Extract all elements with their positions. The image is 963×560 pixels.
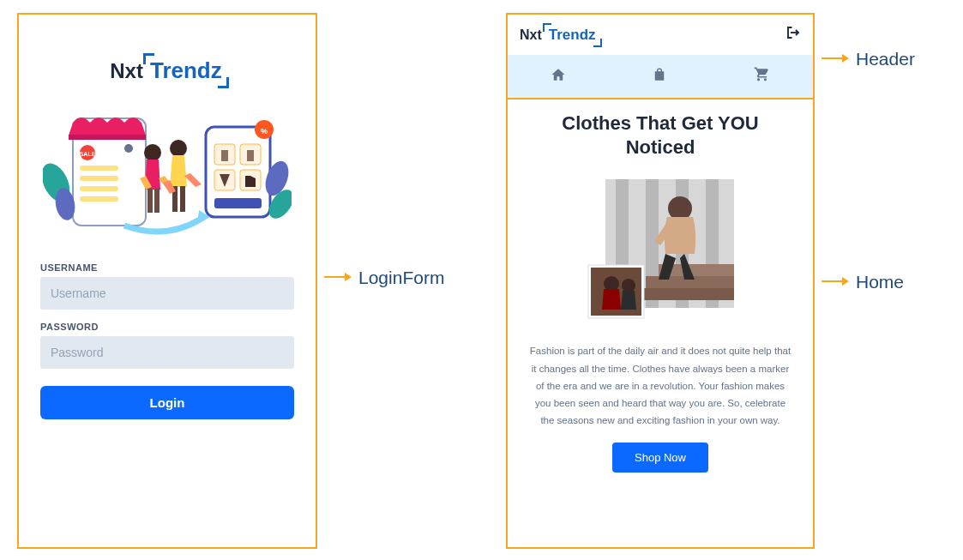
logout-icon[interactable] bbox=[785, 25, 801, 45]
callout-label-header: Header bbox=[856, 49, 915, 69]
arrow-right-icon bbox=[822, 274, 849, 292]
arrow-right-icon bbox=[324, 269, 352, 287]
logo-text-trendz-small: Trendz bbox=[546, 27, 599, 44]
logo: Nxt Trendz bbox=[110, 57, 224, 84]
logo-text-nxt: Nxt bbox=[110, 59, 143, 83]
svg-point-35 bbox=[668, 196, 692, 220]
svg-text:%: % bbox=[261, 127, 268, 135]
nav-bar bbox=[508, 55, 813, 98]
svg-rect-8 bbox=[80, 196, 118, 202]
home-panel: Nxt Trendz Clothes That G bbox=[506, 13, 815, 549]
login-illustration: SALE % bbox=[40, 97, 294, 238]
home-title: Clothes That Get YOU Noticed bbox=[528, 111, 792, 159]
home-icon[interactable] bbox=[551, 67, 566, 87]
logo-text-nxt-small: Nxt bbox=[520, 27, 542, 43]
callout-loginform: LoginForm bbox=[324, 268, 444, 288]
arrow-right-icon bbox=[822, 51, 849, 69]
logo-text-trendz: Trendz bbox=[147, 57, 225, 84]
svg-rect-23 bbox=[154, 189, 159, 213]
svg-rect-22 bbox=[147, 189, 153, 213]
svg-rect-6 bbox=[80, 176, 118, 181]
svg-point-24 bbox=[170, 140, 187, 157]
username-input[interactable] bbox=[40, 277, 294, 310]
header-top-row: Nxt Trendz bbox=[508, 15, 813, 55]
home-description: Fashion is part of the daily air and it … bbox=[528, 342, 792, 429]
svg-rect-7 bbox=[80, 186, 118, 191]
callout-header: Header bbox=[822, 49, 915, 69]
callout-label-loginform: LoginForm bbox=[358, 268, 444, 288]
svg-rect-5 bbox=[80, 166, 118, 171]
callout-home: Home bbox=[822, 272, 904, 292]
cart-icon[interactable] bbox=[754, 66, 770, 87]
svg-point-4 bbox=[124, 144, 133, 153]
logo-small: Nxt Trendz bbox=[520, 27, 599, 44]
svg-point-21 bbox=[144, 144, 161, 161]
svg-rect-16 bbox=[214, 198, 262, 208]
svg-text:SALE: SALE bbox=[80, 151, 96, 157]
callout-label-home: Home bbox=[856, 272, 904, 292]
products-icon[interactable] bbox=[652, 67, 667, 87]
login-form-panel: Nxt Trendz SALE % bbox=[17, 13, 317, 549]
svg-rect-1 bbox=[69, 135, 146, 140]
password-label: PASSWORD bbox=[40, 322, 294, 332]
password-group: PASSWORD bbox=[40, 322, 294, 369]
svg-rect-32 bbox=[633, 288, 734, 300]
svg-point-39 bbox=[622, 279, 635, 292]
home-hero-image bbox=[581, 172, 740, 327]
username-label: USERNAME bbox=[40, 262, 294, 273]
svg-rect-26 bbox=[180, 186, 185, 212]
header-section: Nxt Trendz bbox=[506, 13, 815, 99]
username-group: USERNAME bbox=[40, 262, 294, 310]
login-button[interactable]: Login bbox=[40, 386, 294, 419]
shop-now-button[interactable]: Shop Now bbox=[612, 443, 708, 473]
home-content: Clothes That Get YOU Noticed bbox=[508, 98, 813, 547]
password-input[interactable] bbox=[40, 336, 294, 369]
